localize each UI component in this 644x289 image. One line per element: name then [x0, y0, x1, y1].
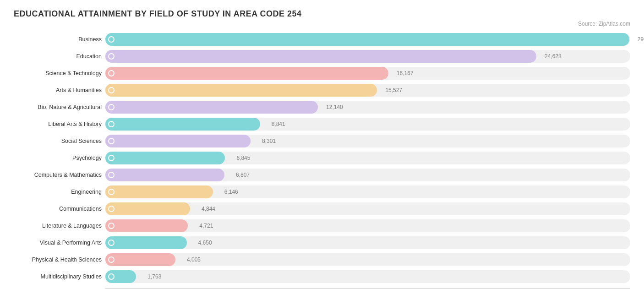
- bar-value-label: 6,807: [236, 172, 250, 178]
- bar-fill: 8,301: [105, 135, 251, 147]
- bar-row: Engineering6,146: [14, 184, 630, 200]
- bar-label: Science & Technology: [14, 70, 105, 76]
- bar-dot: [108, 53, 115, 60]
- bar-label: Bio, Nature & Agricultural: [14, 104, 105, 110]
- bar-track: 29,935: [105, 33, 630, 46]
- bar-row: Communications4,844: [14, 201, 630, 217]
- bar-track: 6,807: [105, 169, 630, 181]
- chart-container: Business29,935Education24,628Science & T…: [14, 32, 630, 284]
- bar-dot: [108, 138, 115, 144]
- bar-track: 15,527: [105, 84, 630, 97]
- bar-row: Multidisciplinary Studies1,763: [14, 269, 630, 284]
- bar-row: Computers & Mathematics6,807: [14, 167, 630, 183]
- bar-label: Physical & Health Sciences: [14, 256, 105, 263]
- source-label: Source: ZipAtlas.com: [14, 21, 630, 27]
- bar-label: Multidisciplinary Studies: [14, 273, 105, 280]
- bar-fill: 12,140: [105, 101, 318, 114]
- bar-value-label: 4,844: [202, 206, 215, 212]
- bar-value-label: 8,301: [262, 138, 276, 144]
- bar-row: Literature & Languages4,721: [14, 218, 630, 234]
- bar-fill: 4,721: [105, 219, 188, 232]
- bar-row: Science & Technology16,167: [14, 65, 630, 81]
- bar-label: Arts & Humanities: [14, 87, 105, 93]
- bar-fill: 4,005: [105, 253, 175, 266]
- bar-row: Psychology6,845: [14, 150, 630, 166]
- bar-row: Bio, Nature & Agricultural12,140: [14, 99, 630, 115]
- bar-dot: [108, 240, 115, 246]
- bar-dot: [108, 223, 115, 229]
- bar-dot: [108, 121, 115, 127]
- bar-label: Communications: [14, 206, 105, 212]
- bar-label: Literature & Languages: [14, 223, 105, 229]
- bar-fill: 6,845: [105, 152, 225, 164]
- bar-label: Psychology: [14, 155, 105, 161]
- bar-track: 8,301: [105, 135, 630, 147]
- bar-track: 12,140: [105, 101, 630, 114]
- bar-track: 4,005: [105, 253, 630, 266]
- bar-track: 6,146: [105, 185, 630, 198]
- bar-track: 4,650: [105, 236, 630, 249]
- bar-label: Liberal Arts & History: [14, 121, 105, 127]
- bar-fill: 8,841: [105, 118, 260, 131]
- bar-track: 1,763: [105, 270, 630, 283]
- bar-value-label: 29,935: [638, 36, 644, 43]
- bar-fill: 1,763: [105, 270, 136, 283]
- bar-value-label: 15,527: [385, 87, 402, 93]
- bar-label: Education: [14, 53, 105, 60]
- bar-row: Arts & Humanities15,527: [14, 82, 630, 98]
- bar-fill: 6,146: [105, 185, 213, 198]
- bar-track: 4,844: [105, 202, 630, 215]
- bar-fill: 24,628: [105, 50, 536, 63]
- bar-label: Business: [14, 36, 105, 43]
- bar-dot: [108, 172, 115, 178]
- bar-fill: 4,650: [105, 236, 187, 249]
- page-title: EDUCATIONAL ATTAINMENT BY FIELD OF STUDY…: [14, 9, 630, 19]
- bar-fill: 15,527: [105, 84, 377, 97]
- bar-dot: [108, 256, 115, 263]
- bar-value-label: 4,650: [198, 240, 212, 246]
- bar-track: 24,628: [105, 50, 630, 63]
- bar-dot: [108, 104, 115, 110]
- bar-row: Business29,935: [14, 32, 630, 47]
- bar-value-label: 8,841: [272, 121, 285, 127]
- bar-fill: 29,935: [105, 33, 629, 46]
- bar-dot: [108, 87, 115, 93]
- bar-value-label: 4,721: [199, 223, 213, 229]
- bar-fill: 16,167: [105, 67, 388, 80]
- bar-value-label: 16,167: [397, 70, 414, 76]
- bar-row: Social Sciences8,301: [14, 133, 630, 149]
- bar-value-label: 12,140: [326, 104, 343, 110]
- bar-label: Social Sciences: [14, 138, 105, 144]
- bar-row: Physical & Health Sciences4,005: [14, 252, 630, 267]
- bar-dot: [108, 273, 115, 280]
- bar-dot: [108, 189, 115, 195]
- bar-dot: [108, 155, 115, 161]
- bar-dot: [108, 36, 115, 43]
- bar-value-label: 6,845: [236, 155, 250, 161]
- bar-value-label: 24,628: [545, 53, 562, 60]
- bar-label: Visual & Performing Arts: [14, 240, 105, 246]
- bar-row: Education24,628: [14, 49, 630, 64]
- bar-value-label: 6,146: [224, 189, 238, 195]
- bar-fill: 6,807: [105, 169, 224, 181]
- bar-label: Computers & Mathematics: [14, 172, 105, 178]
- bar-track: 6,845: [105, 152, 630, 164]
- bar-dot: [108, 70, 115, 76]
- bar-track: 8,841: [105, 118, 630, 131]
- bar-fill: 4,844: [105, 202, 190, 215]
- bar-track: 4,721: [105, 219, 630, 232]
- bar-value-label: 4,005: [187, 256, 201, 263]
- bar-value-label: 1,763: [147, 273, 161, 280]
- bar-dot: [108, 206, 115, 212]
- bar-track: 16,167: [105, 67, 630, 80]
- bar-label: Engineering: [14, 189, 105, 195]
- bar-row: Visual & Performing Arts4,650: [14, 235, 630, 251]
- bar-row: Liberal Arts & History8,841: [14, 116, 630, 132]
